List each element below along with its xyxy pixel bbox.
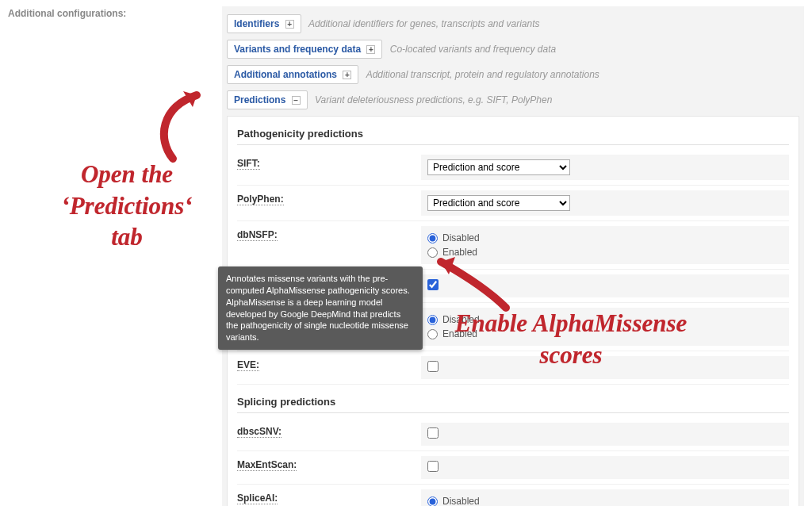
arrow-enable-scores-icon — [427, 252, 514, 316]
spliceai-disabled-label: Disabled — [442, 496, 480, 506]
arrow-open-tab-icon — [149, 83, 220, 163]
dbscsnv-checkbox[interactable] — [427, 427, 439, 439]
expand-icon: + — [343, 71, 351, 79]
tab-identifiers-label: Identifiers — [234, 18, 279, 29]
polyphen-select[interactable]: Prediction and score — [427, 195, 570, 211]
alphamissense-tooltip: Annotates missense variants with the pre… — [218, 266, 423, 350]
tab-identifiers-desc: Additional identifiers for genes, transc… — [308, 18, 540, 29]
maxentscan-checkbox[interactable] — [427, 461, 439, 472]
expand-icon: + — [285, 20, 294, 29]
sift-select[interactable]: Prediction and score — [427, 159, 570, 175]
annotation-open-tab: Open the‘Predictions‘ tab — [44, 159, 210, 253]
section-pathogenicity: Pathogenicity predictions — [237, 125, 789, 145]
tab-additional-desc: Additional transcript, protein and regul… — [366, 69, 599, 80]
tab-identifiers[interactable]: Identifiers + — [227, 14, 301, 33]
tab-variants-label: Variants and frequency data — [234, 44, 361, 55]
annotation-enable-scores: Enable AlphaMissensescores — [428, 308, 714, 370]
tab-predictions-label: Predictions — [234, 94, 285, 105]
dbscsnv-label: dbscSNV: — [237, 423, 421, 437]
dbnsfp-disabled-label: Disabled — [442, 232, 480, 243]
expand-icon: + — [366, 45, 375, 54]
polyphen-label: PolyPhen: — [237, 190, 421, 205]
tab-variants-desc: Co-located variants and frequency data — [390, 44, 556, 55]
dbnsfp-label: dbNSFP: — [237, 226, 421, 240]
tab-predictions[interactable]: Predictions − — [227, 90, 308, 109]
sift-label: SIFT: — [237, 155, 421, 169]
tab-predictions-desc: Variant deleteriousness predictions, e.g… — [315, 94, 552, 105]
dbnsfp-radio-disabled[interactable] — [427, 233, 438, 243]
tab-additional-label: Additional annotations — [234, 69, 337, 80]
collapse-icon: − — [292, 96, 301, 105]
eve-label: EVE: — [237, 356, 421, 370]
spliceai-radio-disabled[interactable] — [427, 496, 438, 507]
spliceai-label: SpliceAI: — [237, 489, 421, 504]
maxentscan-label: MaxEntScan: — [237, 456, 421, 470]
tab-variants[interactable]: Variants and frequency data + — [227, 40, 382, 59]
tab-additional-annotations[interactable]: Additional annotations + — [227, 65, 358, 84]
additional-config-label: Additional configurations: — [8, 6, 222, 19]
section-splicing: Splicing predictions — [237, 393, 789, 413]
